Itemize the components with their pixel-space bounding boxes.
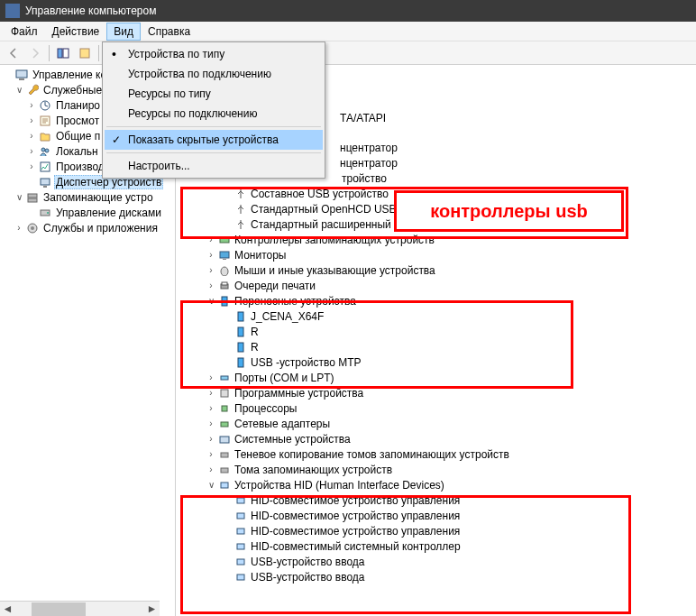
twisty-icon[interactable]: ∨	[205, 480, 217, 490]
menu-file[interactable]: Файл	[4, 23, 45, 41]
tree-diskmgmt[interactable]: Управление дисками	[0, 205, 175, 220]
dev-ports[interactable]: ›Порты (COM и LPT)	[178, 370, 696, 385]
dev-label: ТА/ATAPI	[340, 112, 386, 124]
back-button[interactable]	[4, 43, 23, 63]
tree-storage[interactable]: ∨ Запоминающие устро	[0, 189, 175, 205]
dev-shadow[interactable]: ›Теневое копирование томов запоминающих …	[178, 446, 696, 462]
toolbar-sep-2	[98, 45, 99, 61]
portable-device-icon	[234, 355, 248, 370]
svg-point-9	[41, 148, 45, 152]
dev-sys[interactable]: ›Системные устройства	[178, 431, 696, 446]
twisty-icon[interactable]: ›	[205, 388, 217, 398]
dev-composite[interactable]: Составное USB устройство	[178, 186, 696, 201]
forward-button[interactable]	[25, 43, 45, 63]
scroll-left-icon[interactable]: ◄	[0, 602, 15, 617]
twisty-icon[interactable]: ›	[13, 223, 25, 233]
dev-hid2[interactable]: HID-совместимое устройство управления	[178, 508, 696, 523]
twisty-icon[interactable]: ›	[25, 131, 38, 141]
twisty-icon[interactable]: ›	[205, 464, 217, 474]
dev-label: HID-совместимое устройство управления	[251, 510, 460, 522]
svg-rect-31	[221, 376, 228, 380]
dd-show-hidden[interactable]: Показать скрытые устройства	[105, 130, 323, 150]
dd-label: Устройства по подключению	[128, 68, 271, 80]
dev-monitors[interactable]: ›Мониторы	[178, 247, 696, 262]
twisty-icon[interactable]: ›	[205, 403, 217, 413]
twisty-icon[interactable]: ›	[205, 234, 217, 244]
tree-svcapps[interactable]: › Службы и приложения	[0, 220, 175, 235]
scroll-right-icon[interactable]: ►	[144, 602, 160, 617]
dev-label: Составное USB устройство	[251, 188, 389, 200]
dd-label: Ресурсы по подключению	[128, 107, 257, 120]
twisty-icon[interactable]: ›	[25, 100, 38, 110]
menu-action[interactable]: Действие	[45, 23, 107, 41]
svg-point-10	[45, 149, 49, 152]
left-hscroll[interactable]: ◄ ►	[0, 601, 160, 616]
usb-icon	[234, 187, 248, 201]
dev-hid3[interactable]: HID-совместимое устройство управления	[178, 523, 696, 538]
dev-hid4[interactable]: HID-совместимый системный контроллер	[178, 538, 696, 554]
svg-point-19	[31, 226, 34, 230]
svg-rect-33	[222, 406, 227, 411]
users-icon	[38, 144, 52, 159]
dd-res-by-conn[interactable]: Ресурсы по подключению	[105, 104, 323, 124]
usb-icon	[234, 217, 248, 232]
perf-icon	[38, 160, 52, 174]
storage-icon	[25, 190, 40, 205]
dev-r2[interactable]: R	[178, 339, 696, 354]
dev-hid1[interactable]: HID-совместимое устройство управления	[178, 492, 696, 508]
twisty-icon[interactable]: ›	[205, 280, 217, 290]
dev-portable[interactable]: ∨Переносные устройства	[178, 293, 696, 308]
twisty-icon[interactable]: ∨	[13, 192, 25, 202]
twisty-icon[interactable]: ›	[25, 146, 38, 156]
tree-label: Планиро	[54, 98, 102, 113]
twisty-icon[interactable]: ∨	[205, 296, 217, 306]
dev-volumes[interactable]: ›Тома запоминающих устройств	[178, 462, 696, 477]
dev-cpus[interactable]: ›Процессоры	[178, 400, 696, 416]
dev-label: Очереди печати	[234, 280, 316, 292]
cpu-icon	[217, 401, 232, 416]
twisty-icon[interactable]: ›	[205, 372, 217, 382]
show-hide-tree-button[interactable]	[53, 43, 73, 63]
hid-icon	[234, 524, 248, 538]
twisty-icon[interactable]: ›	[205, 434, 217, 444]
dev-usbinput2[interactable]: USB-устройство ввода	[178, 569, 696, 584]
dd-customize[interactable]: Настроить...	[105, 156, 323, 176]
dd-by-type[interactable]: Устройства по типу	[105, 44, 323, 64]
dev-hid-root[interactable]: ∨Устройства HID (Human Interface Devices…	[178, 477, 696, 492]
dev-print-queues[interactable]: ›Очереди печати	[178, 278, 696, 293]
dev-ext[interactable]: Стандартный расширенный	[178, 216, 696, 232]
twisty-icon[interactable]: ›	[205, 449, 217, 459]
tree-label: Службы и приложения	[41, 221, 160, 235]
svg-rect-20	[220, 237, 229, 243]
dd-by-connection[interactable]: Устройства по подключению	[105, 64, 323, 84]
twisty-icon[interactable]: ›	[25, 115, 38, 125]
twisty-icon[interactable]: ›	[205, 265, 217, 275]
dev-usbinput1[interactable]: USB-устройство ввода	[178, 554, 696, 569]
properties-button[interactable]	[75, 43, 95, 63]
dev-label: USB-устройство ввода	[251, 556, 365, 568]
event-icon	[38, 114, 52, 128]
dd-res-by-type[interactable]: Ресурсы по типу	[105, 84, 323, 104]
dev-software[interactable]: ›Программные устройства	[178, 385, 696, 400]
twisty-icon[interactable]: ›	[205, 418, 217, 428]
dev-openhcd[interactable]: Стандартный OpenHCD USB	[178, 201, 696, 216]
dev-net[interactable]: ›Сетевые адаптеры	[178, 416, 696, 431]
svg-rect-40	[237, 513, 244, 519]
dd-separator	[106, 152, 321, 153]
dev-mtp[interactable]: USB -устройство MTP	[178, 354, 696, 370]
menu-help[interactable]: Справка	[141, 23, 197, 41]
scroll-thumb[interactable]	[32, 602, 86, 616]
dev-mice[interactable]: ›Мыши и иные указывающие устройства	[178, 262, 696, 278]
svg-rect-32	[221, 390, 228, 397]
twisty-icon[interactable]: ›	[205, 250, 217, 260]
port-icon	[217, 371, 232, 385]
twisty-icon[interactable]: ∨	[13, 85, 25, 95]
menu-view[interactable]: Вид	[106, 23, 141, 41]
dev-r1[interactable]: R	[178, 324, 696, 339]
twisty-icon[interactable]: ›	[25, 161, 38, 171]
tree-label: Служебные	[41, 83, 104, 97]
svg-rect-13	[43, 186, 47, 188]
dev-label: Программные устройства	[234, 387, 363, 400]
dev-storage-ctrl[interactable]: ›Контроллеры запоминающих устройств	[178, 232, 696, 247]
dev-jcena[interactable]: J_CENA_X64F	[178, 308, 696, 324]
